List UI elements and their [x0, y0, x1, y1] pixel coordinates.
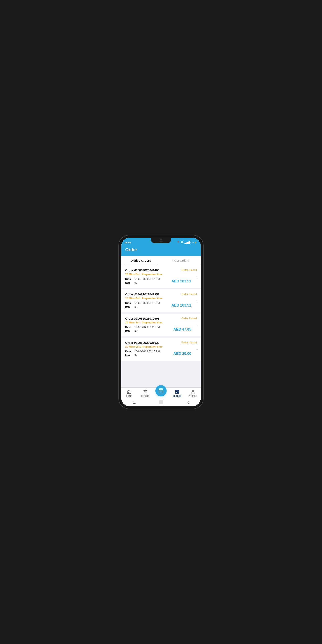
item-label-1: Item: [125, 281, 134, 284]
order-4-items-value: 02: [134, 354, 137, 356]
android-bar: ☰ ⬜ ◁: [121, 398, 201, 406]
order-card-1[interactable]: Order #18082023041400 Order Placed 20 Mi…: [121, 265, 201, 290]
app-header: Order: [121, 245, 201, 256]
orders-icon: [174, 389, 180, 394]
order-3-number: Order #10082023032608: [125, 317, 160, 320]
order-1-date-value: 18-08-2023 04:14 PM: [134, 277, 160, 280]
nav-profile[interactable]: PROFILE: [187, 389, 198, 397]
back-btn[interactable]: ◁: [186, 400, 190, 404]
order-1-prep: 20 Mins Esti. Preparation time: [125, 273, 197, 276]
date-label-1: Date: [125, 277, 134, 280]
home-label: HOME: [126, 395, 132, 397]
svg-point-6: [192, 390, 194, 392]
order-2-details: Date 18-08-2023 04:13 PM Item 02 AED 203…: [125, 302, 197, 309]
menu-btn[interactable]: ☰: [132, 400, 136, 404]
app-header-title: Order: [125, 247, 197, 252]
order-2-items-value: 02: [134, 305, 137, 308]
orders-label: ORDERS: [173, 395, 181, 397]
orders-list: Order #18082023041400 Order Placed 20 Mi…: [121, 265, 201, 388]
order-4-date-value: 10-08-2023 03:10 PM: [134, 350, 160, 353]
order-3-prep: 20 Mins Esti. Preparation time: [125, 321, 197, 324]
order-2-amount: AED 203.51: [172, 303, 191, 308]
order-2-item-row: Item 02: [125, 305, 172, 308]
order-3-date-value: 10-08-2023 03:26 PM: [134, 326, 160, 329]
status-icons: 📍 ▂▄▆█ 7% ⚡: [177, 241, 197, 244]
tabs-bar: Active Orders Past Orders: [121, 256, 201, 265]
order-4-item-row: Item 02: [125, 354, 174, 356]
order-2-date-row: Date 18-08-2023 04:13 PM: [125, 302, 172, 304]
order-1-header: Order #18082023041400 Order Placed: [125, 268, 197, 272]
date-label-4: Date: [125, 350, 134, 353]
order-3-items-value: 03: [134, 330, 137, 332]
order-2-status: Order Placed: [181, 292, 197, 296]
phone-screen: 18:09 📍 ▂▄▆█ 7% ⚡ Order Active Orde: [121, 238, 201, 406]
order-3-amount: AED 47.65: [174, 328, 191, 332]
camera-dot: [160, 239, 162, 242]
svg-rect-0: [128, 392, 130, 394]
order-3-date-row: Date 10-08-2023 03:26 PM: [125, 326, 174, 329]
home-icon: [126, 389, 132, 394]
tab-past-orders[interactable]: Past Orders: [161, 256, 201, 265]
order-3-header: Order #10082023032608 Order Placed: [125, 317, 197, 320]
order-2-header: Order #18082023041353 Order Placed: [125, 292, 197, 296]
order-4-details: Date 10-08-2023 03:10 PM Item 02 AED 25.…: [125, 350, 197, 358]
order-4-meta: Date 10-08-2023 03:10 PM Item 02: [125, 350, 174, 358]
nav-offers[interactable]: OFFERS: [140, 389, 150, 397]
order-1-items-value: 08: [134, 281, 137, 284]
signal-icon: ▂▄▆█: [184, 241, 190, 244]
order-3-chevron: ›: [196, 323, 198, 327]
offers-label: OFFERS: [141, 395, 149, 397]
order-1-item-row: Item 08: [125, 281, 172, 284]
order-3-meta: Date 10-08-2023 03:26 PM Item 03: [125, 326, 174, 333]
order-2-meta: Date 18-08-2023 04:13 PM Item 02: [125, 302, 172, 309]
order-2-prep: 20 Mins Esti. Preparation time: [125, 297, 197, 300]
phone-frame: 18:09 📍 ▂▄▆█ 7% ⚡ Order Active Orde: [119, 236, 203, 408]
item-label-3: Item: [125, 330, 134, 332]
order-3-item-row: Item 03: [125, 330, 174, 332]
profile-icon: [190, 389, 196, 394]
cart-button[interactable]: [155, 385, 167, 396]
order-4-prep: 20 Mins Esti. Preparation time: [125, 345, 197, 348]
status-time: 18:09: [124, 241, 131, 244]
battery-bolt: ⚡: [194, 241, 197, 244]
nav-home[interactable]: HOME: [124, 389, 135, 397]
order-2-date-value: 18-08-2023 04:13 PM: [134, 302, 160, 304]
nav-cart[interactable]: [155, 390, 167, 396]
order-4-chevron: ›: [196, 347, 198, 352]
date-label-2: Date: [125, 302, 134, 304]
wifi-icon: [180, 241, 184, 244]
order-1-amount: AED 203.51: [172, 279, 191, 283]
order-4-amount: AED 25.00: [174, 352, 191, 356]
nav-orders[interactable]: ORDERS: [172, 389, 182, 397]
battery-text: 7%: [191, 241, 194, 244]
item-label-2: Item: [125, 305, 134, 308]
order-3-status: Order Placed: [181, 317, 197, 320]
phone-notch: [151, 238, 171, 243]
order-1-number: Order #18082023041400: [125, 268, 160, 272]
order-1-details: Date 18-08-2023 04:14 PM Item 08 AED 203…: [125, 277, 197, 285]
tab-active-orders[interactable]: Active Orders: [121, 256, 161, 265]
profile-label: PROFILE: [188, 395, 197, 397]
order-1-meta: Date 18-08-2023 04:14 PM Item 08: [125, 277, 172, 285]
order-4-number: Order #10082023031039: [125, 341, 160, 344]
order-card-2[interactable]: Order #18082023041353 Order Placed 20 Mi…: [121, 290, 201, 314]
order-card-4[interactable]: Order #10082023031039 Order Placed 20 Mi…: [121, 338, 201, 362]
date-label-3: Date: [125, 326, 134, 329]
item-label-4: Item: [125, 354, 134, 356]
order-2-number: Order #18082023041353: [125, 292, 160, 296]
home-btn[interactable]: ⬜: [159, 400, 164, 404]
bottom-nav: HOME OFFERS: [121, 388, 201, 398]
order-1-date-row: Date 18-08-2023 04:14 PM: [125, 277, 172, 280]
order-4-status: Order Placed: [181, 341, 197, 344]
order-4-date-row: Date 10-08-2023 03:10 PM: [125, 350, 174, 353]
order-4-header: Order #10082023031039 Order Placed: [125, 341, 197, 344]
order-card-3[interactable]: Order #10082023032608 Order Placed 20 Mi…: [121, 314, 201, 338]
order-2-chevron: ›: [196, 299, 198, 303]
offers-icon: [142, 389, 148, 394]
location-icon: 📍: [177, 241, 180, 244]
order-1-status: Order Placed: [181, 268, 197, 272]
order-1-chevron: ›: [196, 275, 198, 279]
order-3-details: Date 10-08-2023 03:26 PM Item 03 AED 47.…: [125, 326, 197, 333]
